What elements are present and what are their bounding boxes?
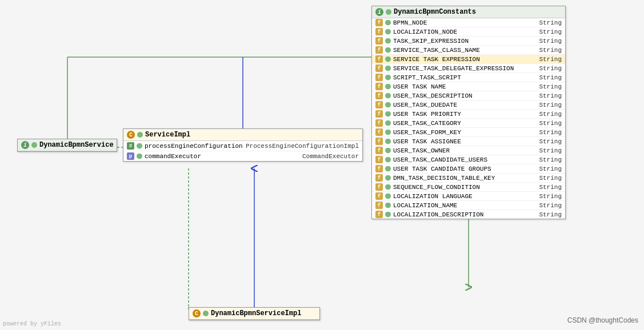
constants-field-row: fUSER TASK CANDIDATE GROUPSString (372, 164, 565, 174)
field-name: LOCALIZATION_NODE (393, 29, 537, 35)
field-leaf-icon (137, 143, 142, 149)
constants-field-row: fSERVICE_TASK_CLASS_NAMEString (372, 46, 565, 55)
field-type: String (539, 74, 562, 81)
constants-field-row: fUSER_TASK_DESCRIPTIONString (372, 91, 565, 100)
field-leaf-icon (385, 47, 391, 53)
field-name: SCRIPT_TASK_SCRIPT (393, 74, 537, 81)
field-leaf-icon (385, 29, 391, 35)
field-name: SERVICE TASK EXPRESSION (393, 56, 537, 63)
field-f-icon: f (375, 55, 383, 63)
constants-field-row: fUSER_TASK_FORM_KEYString (372, 128, 565, 137)
field-f-icon: f (375, 202, 383, 209)
serviceimpl2-icon: C (193, 309, 201, 317)
field-name: USER_TASK_CANDIDATE_USERS (393, 156, 537, 163)
field-leaf-icon (385, 111, 391, 117)
field-f-icon: f (375, 92, 383, 99)
field-leaf-icon (385, 66, 391, 71)
constants-field-row: fLOCALIZATION_DESCRIPTIONString (372, 210, 565, 219)
field-name: DMN_TASK_DECISION_TABLE_KEY (393, 175, 537, 182)
serviceimpl2-leaf-icon (203, 311, 209, 316)
field-f-icon: f (375, 138, 383, 145)
csdn-label: CSDN @thoughtCodes (567, 316, 638, 324)
field-icon: # (127, 142, 134, 150)
field-type: String (539, 129, 562, 136)
field-leaf-icon (385, 102, 391, 108)
field-type: String (539, 166, 562, 172)
field-leaf-icon (385, 120, 391, 126)
field-type: String (539, 56, 562, 63)
field-f-icon: f (375, 128, 383, 136)
field-leaf-icon (137, 154, 142, 159)
field-f-icon: f (375, 211, 383, 218)
field-leaf-icon (385, 212, 391, 218)
field-name: USER_TASK_CATEGORY (393, 120, 537, 127)
constants-title: DynamicBpmnConstants (394, 8, 476, 16)
constants-field-row: fUSER_TASK_DUEDATEString (372, 100, 565, 110)
field-type: String (539, 147, 562, 154)
constants-field-row: fLOCALIZATION_NAMEString (372, 201, 565, 210)
constants-field-row: fUSER TASK PRIORITYString (372, 110, 565, 119)
field-name: USER TASK NAME (393, 83, 537, 90)
field-type: String (539, 92, 562, 99)
field-type: String (539, 184, 562, 191)
constants-field-row: fUSER_TASK_CANDIDATE_USERSString (372, 155, 565, 164)
field-type: String (539, 202, 562, 209)
field-name: USER TASK ASSIGNEE (393, 138, 537, 145)
service-icon: i (21, 141, 29, 149)
constants-leaf-icon (386, 9, 391, 15)
constants-field-row: fUSER_TASK_CATEGORYString (372, 119, 565, 128)
field-name: USER_TASK_DUEDATE (393, 102, 537, 108)
field-name: commandExecutor (145, 153, 300, 160)
field-type: String (539, 211, 562, 218)
constants-field-row: fLOCALIZATION_NODEString (372, 27, 565, 37)
field-leaf-icon (385, 203, 391, 208)
field-leaf-icon (385, 38, 391, 44)
field-name: TASK_SKIP_EXPRESSION (393, 38, 537, 45)
field-f-icon: f (375, 83, 383, 90)
field-f-icon: f (375, 37, 383, 45)
field-f-icon: f (375, 174, 383, 182)
field-type: String (539, 111, 562, 118)
field-leaf-icon (385, 139, 391, 144)
field-leaf-icon (385, 166, 391, 172)
field-f-icon: f (375, 165, 383, 172)
field-name: LOCALIZATION LANGUAGE (393, 193, 537, 200)
watermark: powered by yFiles (3, 321, 61, 327)
field-name: USER_TASK_FORM_KEY (393, 129, 537, 136)
field-name: USER TASK CANDIDATE GROUPS (393, 166, 537, 172)
constants-box: i DynamicBpmnConstants fBPMN_NODEStringf… (371, 6, 566, 219)
field-type: String (539, 193, 562, 200)
field-leaf-icon (385, 93, 391, 99)
field-type: String (539, 38, 562, 45)
field-name: SEQUENCE_FLOW_CONDITION (393, 184, 537, 191)
field-f-icon: f (375, 183, 383, 191)
field-name: LOCALIZATION_NAME (393, 202, 537, 209)
constants-field-row: fBPMN_NODEString (372, 18, 565, 27)
field-f-icon: f (375, 74, 383, 81)
field-leaf-icon (385, 75, 391, 81)
field-type: String (539, 175, 562, 182)
constants-field-row: fSERVICE_TASK_DELEGATE_EXPRESSIONString (372, 64, 565, 73)
field-f-icon: f (375, 65, 383, 72)
constants-field-row: fSCRIPT_TASK_SCRIPTString (372, 73, 565, 82)
field-f-icon: f (375, 19, 383, 26)
constants-field-row: fUSER_TASK_OWNERString (372, 146, 565, 155)
field-leaf-icon (385, 184, 391, 190)
field-f-icon: f (375, 119, 383, 127)
field-name: LOCALIZATION_DESCRIPTION (393, 211, 537, 218)
constants-field-row: fUSER TASK NAMEString (372, 82, 565, 91)
field-name: USER_TASK_OWNER (393, 147, 537, 154)
constants-field-row: fTASK_SKIP_EXPRESSIONString (372, 37, 565, 46)
serviceimpl2-title: DynamicBpmnServiceImpl (211, 309, 301, 317)
field-f-icon: f (375, 156, 383, 163)
constants-fields: fBPMN_NODEStringfLOCALIZATION_NODEString… (372, 18, 565, 219)
field-name: USER TASK PRIORITY (393, 111, 537, 118)
serviceimpl-fields: #processEngineConfigurationProcessEngine… (123, 141, 362, 161)
field-leaf-icon (385, 175, 391, 181)
serviceimpl-header: C ServiceImpl (123, 129, 362, 141)
constants-field-row: fLOCALIZATION LANGUAGEString (372, 192, 565, 201)
field-type: CommandExecutor (302, 153, 359, 160)
constants-field-row: fSERVICE TASK EXPRESSIONString (372, 55, 565, 64)
serviceimpl2-box: C DynamicBpmnServiceImpl (189, 307, 320, 320)
field-type: String (539, 138, 562, 145)
